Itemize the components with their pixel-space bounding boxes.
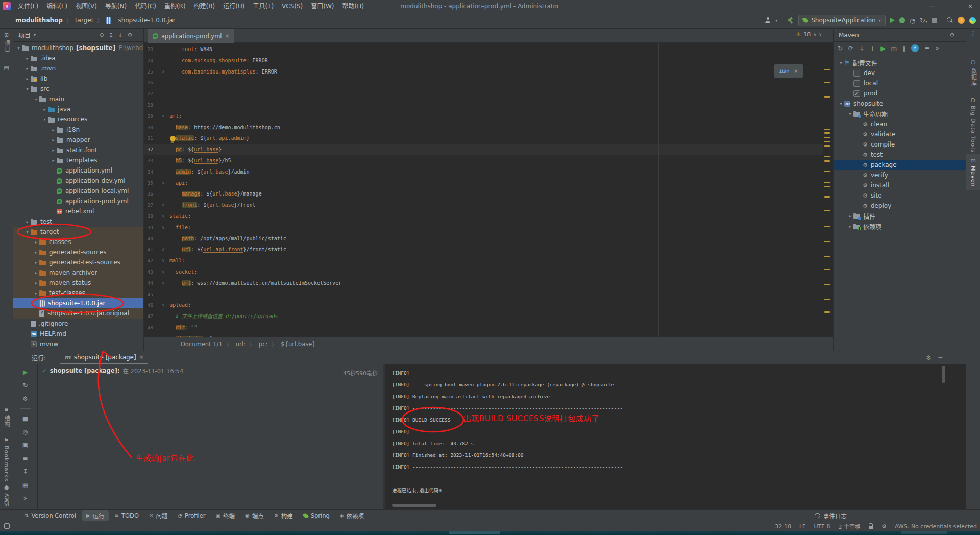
coverage-button[interactable]: ↻▾	[920, 17, 927, 25]
tree-item-main[interactable]: ▾main	[13, 94, 144, 104]
maven-item-site[interactable]: ⚙site	[834, 190, 966, 201]
warning-stripe-mark[interactable]	[824, 96, 830, 98]
menu-item-U[interactable]: 运行(U)	[219, 0, 249, 12]
warning-stripe-mark[interactable]	[824, 196, 830, 198]
maven-item-validate[interactable]: ⚙validate	[834, 129, 966, 139]
gear-icon[interactable]: ⚙	[881, 523, 887, 530]
menu-item-B[interactable]: 构建(B)	[190, 0, 219, 12]
horizontal-scrollbar[interactable]	[392, 504, 436, 507]
editor-breadcrumb-item[interactable]: Document 1/1	[181, 341, 223, 348]
ide-features-icon[interactable]	[969, 17, 976, 24]
tree-item-application.yml[interactable]: application.yml	[13, 165, 144, 176]
hide-icon[interactable]: ─	[959, 32, 963, 38]
breadcrumb-item[interactable]: shopsuite-1.0.0.jar	[118, 17, 175, 24]
menu-item-E[interactable]: 编辑(E)	[42, 0, 71, 12]
fold-marker[interactable]: ∨	[159, 178, 168, 189]
close-tab-icon[interactable]: ×	[139, 354, 144, 360]
tree-item-mvnw[interactable]: >mvnw	[13, 339, 144, 349]
chevron-down-icon[interactable]: ▾	[775, 18, 777, 23]
stop-button[interactable]	[932, 18, 937, 23]
collapse-all-icon[interactable]: ↧	[118, 32, 122, 38]
status-aws[interactable]: AWS: No credentials selected	[895, 523, 977, 530]
prev-warning-icon[interactable]: ∧	[813, 32, 816, 37]
toolwindow-button-todo[interactable]: ≡TODO	[111, 511, 143, 520]
warning-stripe-mark[interactable]	[824, 137, 830, 138]
gear-icon[interactable]: ⚙	[128, 32, 133, 38]
gear-icon[interactable]: ⚙	[926, 354, 932, 361]
run-maven-build-icon[interactable]: ▶	[880, 45, 885, 52]
tree-item-modulithshop[interactable]: ▾modulithshop[shopsuite]E:\webdata\	[13, 43, 144, 53]
toolwindow-button-problem[interactable]: ⊘问题	[145, 510, 172, 521]
offline-mode-icon[interactable]: ⚡	[911, 44, 919, 52]
fold-marker[interactable]: ∨	[159, 266, 168, 278]
pin-icon[interactable]: ◎	[22, 428, 28, 435]
settings-icon[interactable]: ⚙	[22, 395, 28, 402]
intention-bulb-icon[interactable]	[170, 136, 176, 141]
tree-item-generated-sources[interactable]: ▸generated-sources	[13, 247, 144, 257]
maven-item-package[interactable]: ⚙package	[834, 160, 966, 170]
menu-item-T[interactable]: 工具(T)	[249, 0, 278, 12]
fold-marker[interactable]: ∧	[159, 200, 168, 211]
toolwindow-button-build[interactable]: ⚙构建	[270, 510, 297, 521]
fold-marker[interactable]: ∧	[159, 66, 168, 78]
sidebar-tab-services[interactable]: ⬡	[0, 499, 13, 506]
editor-fold-column[interactable]: ∧∨∨∧∨∨∧∨∨∧∨	[159, 44, 168, 337]
maven-item-prod[interactable]: ✓prod	[834, 88, 966, 99]
editor-code-area[interactable]: root: WARN com.suisung.shopsuite: ERROR …	[169, 44, 821, 337]
stop-icon[interactable]: ■	[22, 415, 28, 422]
editor-gutter[interactable]: 2324252627282930313233343536373839404142…	[144, 44, 153, 337]
tree-item-lib[interactable]: ▸lib	[13, 74, 144, 84]
skip-tests-icon[interactable]: ∦	[902, 45, 905, 52]
warning-stripe-mark[interactable]	[824, 299, 830, 300]
maven-item-install[interactable]: ⚙install	[834, 180, 966, 190]
toolwindow-button-spring[interactable]: Spring	[299, 511, 334, 520]
status-item[interactable]: UTF-8	[814, 523, 830, 530]
maven-item-compile[interactable]: ⚙compile	[834, 139, 966, 150]
hide-icon[interactable]: ─	[137, 32, 140, 38]
generate-sources-icon[interactable]: ⟳	[848, 45, 853, 52]
menu-item-V[interactable]: 视图(V)	[71, 0, 101, 12]
tree-item-classes[interactable]: ▸classes	[13, 237, 144, 247]
restore-button[interactable]	[941, 0, 961, 12]
locate-icon[interactable]: ⊙	[100, 32, 104, 38]
maven-item-verify[interactable]: ⚙verify	[834, 170, 966, 180]
tree-item-application-prod.yml[interactable]: application-prod.yml	[13, 196, 144, 206]
editor-breadcrumb-item[interactable]: ${url.base}	[281, 341, 315, 348]
fold-marker[interactable]: ∧	[159, 278, 168, 289]
maven-item-[interactable]: ▾生命周期	[834, 109, 966, 119]
rerun-icon[interactable]: ▶	[23, 369, 28, 376]
profiler-button[interactable]: ◔	[910, 17, 915, 25]
profile-checkbox[interactable]	[853, 80, 860, 87]
download-sources-icon[interactable]: ↧	[859, 45, 864, 52]
search-everywhere-icon[interactable]	[947, 17, 953, 23]
maven-settings-icon[interactable]: ≡	[924, 45, 929, 52]
editor-breadcrumb-item[interactable]: pc:	[259, 341, 268, 348]
fold-marker[interactable]: ∧	[159, 244, 168, 255]
tree-item-test-classes[interactable]: ▸test-classes	[13, 288, 144, 298]
tree-item-shopsuite-1.0.0.jar.original[interactable]: ?shopsuite-1.0.0.jar.original	[13, 308, 144, 319]
sidebar-tab-bookmarks[interactable]: ⚑Bookmarks	[0, 437, 13, 481]
more-icon[interactable]: »	[935, 45, 939, 52]
warning-stripe-mark[interactable]	[824, 210, 830, 211]
execute-maven-goal-icon[interactable]: m	[891, 45, 897, 52]
maven-item-test[interactable]: ⚙test	[834, 150, 966, 160]
update-available-icon[interactable]: ↑	[958, 17, 965, 24]
maven-item-shopsuite[interactable]: ▾mshopsuite	[834, 99, 966, 109]
toolwindow-button-dep[interactable]: ◈依赖项	[336, 510, 368, 521]
editor-breadcrumb-item[interactable]: url:	[236, 341, 246, 348]
event-log-button[interactable]: 事件日志	[815, 510, 847, 521]
toolwindow-toggle-icon[interactable]	[4, 523, 10, 529]
run-result-row[interactable]: ✓ shopsuite [package]: 在 2023-11-01 16:5…	[42, 367, 183, 375]
warning-stripe-mark[interactable]	[824, 82, 830, 83]
tree-item-src[interactable]: ▾src	[13, 84, 144, 94]
warning-stripe-mark[interactable]	[824, 269, 830, 270]
close-icon[interactable]: ×	[794, 68, 798, 75]
warning-stripe-mark[interactable]	[824, 156, 830, 157]
warning-stripe-mark[interactable]	[824, 284, 830, 285]
maven-reload-popup[interactable]: m⟳ ×	[774, 64, 803, 78]
sidebar-tab-maven[interactable]: mMaven	[966, 154, 980, 190]
tree-item-rebel.xml[interactable]: <>rebel.xml	[13, 206, 144, 216]
tree-item-shopsuite-1.0.0.jar[interactable]: shopsuite-1.0.0.jar	[13, 298, 144, 308]
tree-item-test[interactable]: ▸test	[13, 216, 144, 227]
run-configuration-select[interactable]: ShopsuiteApplication ▾	[798, 15, 886, 26]
